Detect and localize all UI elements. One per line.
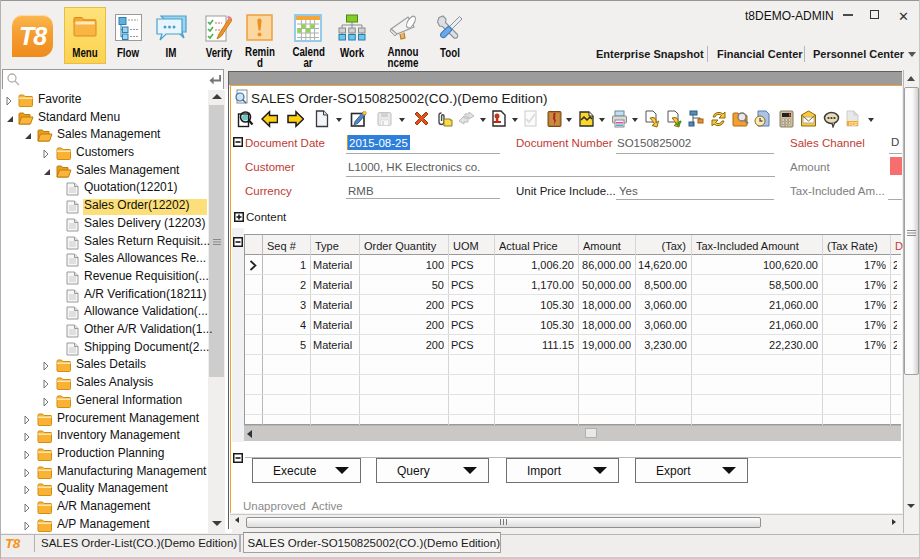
svg-text:PDF: PDF (849, 122, 858, 127)
